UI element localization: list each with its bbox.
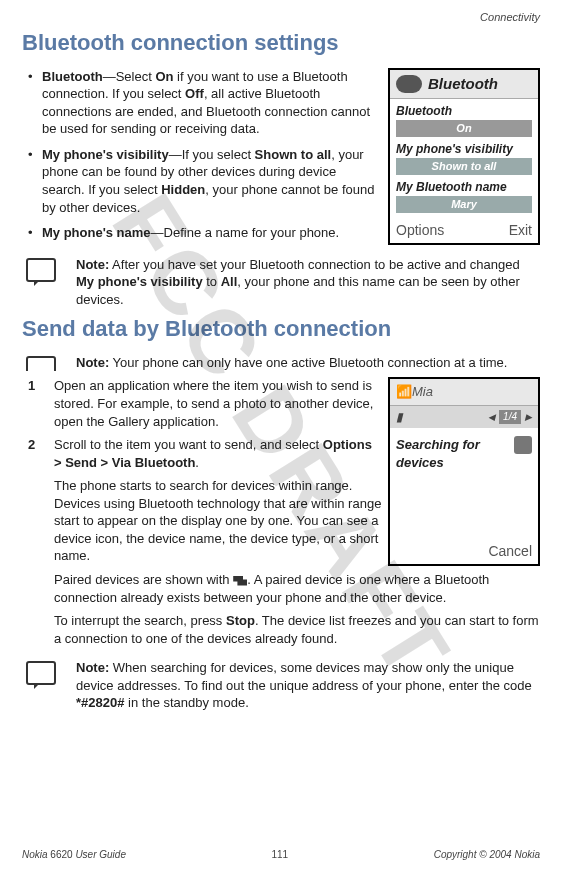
fig1-right-softkey: Exit (509, 221, 532, 240)
signal-icon: 📶 (396, 383, 406, 401)
nav-right-icon: ▶ (525, 411, 532, 423)
note1-b: to (203, 274, 221, 289)
step2-text-c: . (195, 455, 199, 470)
step2-text-a: Scroll to the item you want to send, and… (54, 437, 323, 452)
note-device-address: Note: When searching for devices, some d… (22, 659, 540, 712)
bullet-phone-name: My phone's name—Define a name for your p… (22, 224, 382, 242)
bullet3-term: My phone's name (42, 225, 151, 240)
page-footer: Nokia 6620 User Guide 111 Copyright © 20… (22, 848, 540, 862)
note1-bold: My phone's visibility (76, 274, 203, 289)
step1-text: Open an application where the item you w… (54, 378, 373, 428)
para-interrupt-search: To interrupt the search, press Stop. The… (54, 612, 540, 647)
nav-left-icon: ◀ (488, 411, 495, 423)
bullet-bluetooth: Bluetooth—Select On if you want to use a… (22, 68, 382, 138)
footer-copyright: Copyright © 2004 Nokia (434, 848, 540, 862)
fig1-row3-label: My Bluetooth name (396, 179, 532, 195)
para3-a: To interrupt the search, press (54, 613, 226, 628)
bullet1-term: Bluetooth (42, 69, 103, 84)
note3-code: *#2820# (76, 695, 124, 710)
fig2-right-softkey: Cancel (488, 542, 532, 561)
note1-bold2: All (221, 274, 238, 289)
fig1-row1-label: Bluetooth (396, 103, 532, 119)
note1-lead: Note: (76, 257, 109, 272)
para-paired-devices: Paired devices are shown with . A paired… (54, 571, 540, 606)
note2-lead: Note: (76, 355, 109, 370)
note3-b: in the standby mode. (124, 695, 248, 710)
bullet2-shown: Shown to all (255, 147, 332, 162)
fig1-left-softkey: Options (396, 221, 444, 240)
battery-icon: ▮ (396, 409, 403, 425)
note1-a: After you have set your Bluetooth connec… (109, 257, 520, 272)
bluetooth-small-icon (514, 436, 532, 454)
footer-left: Nokia 6620 User Guide (22, 848, 126, 862)
para2-a: Paired devices are shown with (54, 572, 233, 587)
figure2-title: Mia (412, 383, 433, 401)
footer-brand: Nokia (22, 849, 50, 860)
figure1-titlebar: Bluetooth (390, 70, 538, 99)
footer-model: 6620 (50, 849, 72, 860)
bullet1-text-a: —Select (103, 69, 156, 84)
footer-page-number: 111 (271, 848, 288, 862)
figure2-body-line1: Searching for (396, 436, 532, 454)
heading-send-data: Send data by Bluetooth connection (22, 314, 540, 344)
bluetooth-logo-icon (396, 75, 422, 93)
note3-a: When searching for devices, some devices… (76, 660, 532, 693)
paired-device-icon (233, 576, 247, 586)
para3-stop: Stop (226, 613, 255, 628)
bullet3-text: —Define a name for your phone. (151, 225, 340, 240)
figure2-titlebar: 📶 Mia (390, 379, 538, 406)
note-icon (26, 661, 56, 685)
bullet2-term: My phone's visibility (42, 147, 169, 162)
page-section-header: Connectivity (480, 10, 540, 25)
figure2-body-line2: devices (396, 454, 532, 472)
figure-bluetooth-settings-screen: Bluetooth Bluetooth On My phone's visibi… (388, 68, 540, 245)
step2-number: 2 (28, 436, 35, 454)
bullet1-on: On (155, 69, 173, 84)
step-1: 1 Open an application where the item you… (22, 377, 382, 430)
bullet2-text-a: —If you select (169, 147, 255, 162)
note2-text: Your phone can only have one active Blue… (109, 355, 507, 370)
fig1-row2-value: Shown to all (396, 158, 532, 175)
bullet1-off: Off (185, 86, 204, 101)
figure2-counter: 1/4 (499, 410, 521, 424)
note-icon (26, 258, 56, 282)
step-2: 2 Scroll to the item you want to send, a… (22, 436, 382, 471)
note-single-connection: Note: Your phone can only have one activ… (22, 354, 540, 372)
note-icon (26, 356, 56, 372)
fig1-row3-value: Mary (396, 196, 532, 213)
figure-searching-devices-screen: 📶 Mia ▮ ◀ 1/4 ▶ Searching for devices Ca… (388, 377, 540, 566)
figure1-title: Bluetooth (428, 74, 498, 94)
heading-bluetooth-settings: Bluetooth connection settings (22, 28, 540, 58)
step1-number: 1 (28, 377, 35, 395)
fig1-row1-value: On (396, 120, 532, 137)
bullet-visibility: My phone's visibility—If you select Show… (22, 146, 382, 216)
note3-lead: Note: (76, 660, 109, 675)
fig1-row2-label: My phone's visibility (396, 141, 532, 157)
note-visibility: Note: After you have set your Bluetooth … (22, 256, 540, 309)
figure2-subheader: ▮ ◀ 1/4 ▶ (390, 406, 538, 428)
bullet2-hidden: Hidden (161, 182, 205, 197)
footer-guide: User Guide (73, 849, 126, 860)
